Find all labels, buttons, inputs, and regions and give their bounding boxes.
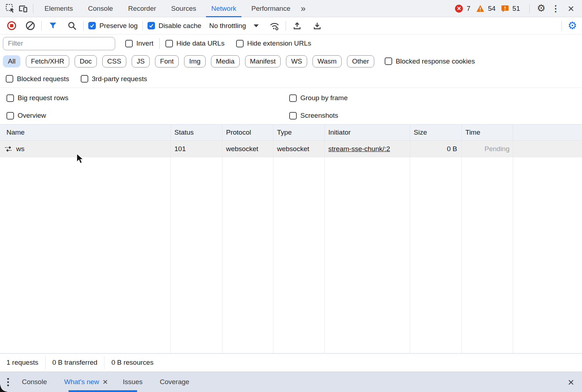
transferred-size: 0 B transferred — [52, 359, 98, 367]
issues-icon[interactable] — [501, 5, 509, 12]
screenshots-label: Screenshots — [300, 112, 338, 120]
request-type-cell[interactable]: websocket — [273, 141, 325, 157]
throttling-value: No throttling — [209, 22, 246, 30]
error-badge-icon[interactable]: ✕ — [455, 5, 463, 13]
chip-wasm[interactable]: Wasm — [313, 55, 342, 67]
chip-img[interactable]: Img — [184, 55, 206, 67]
issues-count[interactable]: 51 — [512, 5, 520, 13]
inspect-element-icon[interactable] — [4, 2, 17, 15]
filter-icon[interactable] — [46, 19, 59, 32]
close-drawer-icon[interactable]: × — [568, 377, 574, 388]
drawer-tab-console[interactable]: Console — [13, 372, 56, 392]
chip-other[interactable]: Other — [347, 55, 374, 67]
chip-media[interactable]: Media — [211, 55, 240, 67]
chip-font[interactable]: Font — [155, 55, 179, 67]
preserve-log-label: Preserve log — [99, 22, 138, 30]
divider — [142, 21, 143, 31]
tab-network[interactable]: Network — [204, 0, 244, 17]
tab-sources[interactable]: Sources — [164, 0, 204, 17]
request-time-cell[interactable]: Pending — [462, 141, 513, 157]
more-options-icon[interactable]: ⋮ — [549, 4, 562, 14]
export-har-icon[interactable] — [311, 19, 324, 32]
divider — [529, 4, 530, 13]
close-whats-new-tab-icon[interactable]: × — [103, 378, 108, 386]
settings-gear-icon[interactable]: ⚙ — [537, 4, 545, 13]
network-conditions-icon[interactable] — [268, 19, 281, 32]
divider — [104, 356, 104, 369]
divider — [286, 21, 286, 31]
disable-cache-checkbox[interactable] — [147, 22, 155, 29]
column-header-type[interactable]: Type — [273, 125, 325, 140]
drawer-tab-coverage[interactable]: Coverage — [151, 372, 198, 392]
column-header-time[interactable]: Time — [462, 125, 513, 140]
tab-console[interactable]: Console — [80, 0, 121, 17]
divider — [159, 38, 160, 49]
table-row[interactable]: ws 101 websocket websocket stream-sse-ch… — [0, 141, 582, 157]
clear-network-log-icon[interactable] — [24, 19, 37, 32]
drawer-tab-whats-new[interactable]: What's new — [56, 372, 103, 392]
preserve-log-checkbox[interactable] — [88, 22, 96, 29]
chevron-down-icon — [254, 24, 259, 27]
invert-label: Invert — [136, 39, 154, 47]
tab-elements[interactable]: Elements — [37, 0, 80, 17]
screenshots-control: Screenshots — [289, 112, 338, 120]
column-header-initiator[interactable]: Initiator — [325, 125, 410, 140]
request-name-cell[interactable]: ws — [0, 141, 171, 157]
drawer-tab-issues[interactable]: Issues — [114, 372, 151, 392]
import-har-icon[interactable] — [291, 19, 304, 32]
column-header-protocol[interactable]: Protocol — [222, 125, 273, 140]
error-count[interactable]: 7 — [466, 5, 470, 13]
big-request-rows-checkbox[interactable] — [6, 94, 14, 102]
overview-checkbox[interactable] — [6, 112, 14, 120]
warning-count[interactable]: 54 — [488, 5, 496, 13]
column-header-size[interactable]: Size — [410, 125, 462, 140]
close-devtools-icon[interactable]: × — [565, 3, 576, 14]
group-by-frame-checkbox[interactable] — [289, 94, 297, 102]
chip-ws[interactable]: WS — [286, 55, 307, 67]
request-spacer-cell — [513, 141, 582, 157]
chip-all[interactable]: All — [3, 55, 20, 67]
throttling-select[interactable]: No throttling — [209, 22, 259, 30]
resources-size: 0 B resources — [111, 359, 153, 367]
chip-manifest[interactable]: Manifest — [245, 55, 281, 67]
network-filter-bar: Invert Hide data URLs Hide extension URL… — [0, 34, 582, 52]
requests-table-empty-area[interactable] — [0, 157, 582, 354]
network-toolbar: Preserve log Disable cache No throttling — [0, 17, 582, 34]
search-icon[interactable] — [66, 19, 79, 32]
tab-performance[interactable]: Performance — [244, 0, 298, 17]
blocked-requests-checkbox[interactable] — [6, 75, 13, 83]
blocked-response-cookies-label: Blocked response cookies — [396, 57, 475, 65]
blocked-response-cookies-checkbox[interactable] — [385, 57, 392, 65]
hide-data-urls-label: Hide data URLs — [177, 39, 225, 47]
hide-extension-urls-control: Hide extension URLs — [236, 39, 311, 47]
toolbar-status-cluster: ✕ 7 54 51 ⚙ ⋮ × — [455, 3, 578, 14]
device-toolbar-icon[interactable] — [17, 2, 29, 15]
request-size-cell[interactable]: 0 B — [410, 141, 462, 157]
preserve-log-control: Preserve log — [88, 22, 138, 30]
column-header-status[interactable]: Status — [171, 125, 222, 140]
view-options-panel: Big request rows Group by frame Overview… — [0, 88, 582, 125]
drawer-tab-bar: Console What's new × Issues Coverage × — [0, 372, 582, 392]
network-settings-gear-icon[interactable]: ⚙ — [568, 20, 577, 31]
chip-doc[interactable]: Doc — [75, 55, 97, 67]
chip-css[interactable]: CSS — [102, 55, 126, 67]
more-tabs-icon[interactable]: » — [298, 4, 308, 14]
devtools-main-toolbar: Elements Console Recorder Sources Networ… — [0, 0, 582, 17]
tab-recorder[interactable]: Recorder — [121, 0, 164, 17]
hide-extension-urls-checkbox[interactable] — [236, 40, 244, 47]
chip-js[interactable]: JS — [132, 55, 150, 67]
devtools-window: Elements Console Recorder Sources Networ… — [0, 0, 582, 392]
websocket-icon — [4, 145, 13, 153]
third-party-requests-checkbox[interactable] — [81, 75, 88, 83]
screenshots-checkbox[interactable] — [289, 112, 297, 120]
hide-data-urls-checkbox[interactable] — [165, 40, 173, 47]
filter-input[interactable] — [3, 37, 115, 50]
record-network-log-icon[interactable] — [5, 19, 18, 32]
request-status-cell[interactable]: 101 — [171, 141, 222, 157]
initiator-link[interactable]: stream-sse-chunk/:2 — [328, 145, 390, 153]
invert-checkbox[interactable] — [125, 40, 133, 47]
request-protocol-cell[interactable]: websocket — [222, 141, 273, 157]
warning-icon[interactable] — [476, 5, 484, 12]
chip-fetch-xhr[interactable]: Fetch/XHR — [26, 55, 69, 67]
column-header-name[interactable]: Name — [0, 125, 171, 140]
